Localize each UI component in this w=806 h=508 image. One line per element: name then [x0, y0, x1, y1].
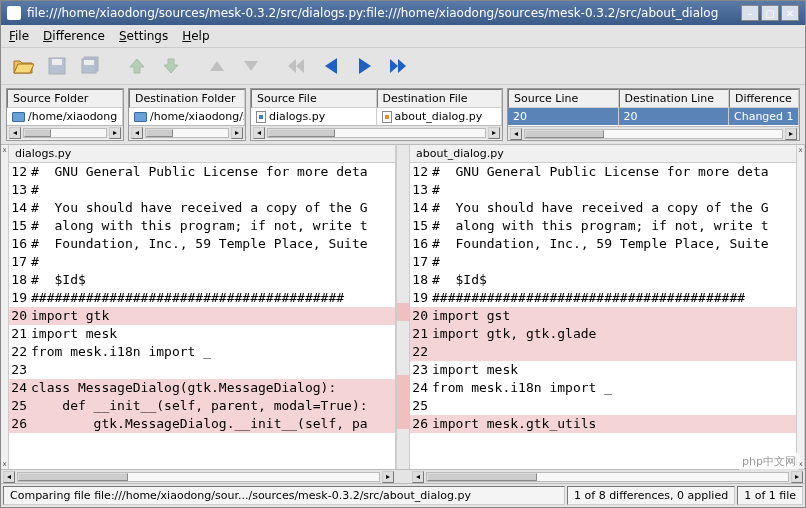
dest-file-cell[interactable]: about_dialog.py — [377, 108, 503, 125]
code-line[interactable]: 14# You should have received a copy of t… — [410, 199, 796, 217]
code-line[interactable]: 12# GNU General Public License for more … — [9, 163, 395, 181]
scroll-right-button[interactable]: ▸ — [791, 471, 803, 483]
menu-help[interactable]: Help — [182, 29, 209, 43]
right-code[interactable]: 12# GNU General Public License for more … — [410, 163, 796, 433]
code-line[interactable]: 25 — [410, 397, 796, 415]
left-pane-title: dialogs.py — [9, 145, 395, 163]
code-line[interactable]: 13# — [9, 181, 395, 199]
status-main: Comparing file file:///home/xiaodong/sou… — [3, 486, 565, 505]
top-panels: Source Folder /home/xiaodong ◂▸ Destinat… — [1, 85, 805, 145]
menu-file[interactable]: File — [9, 29, 29, 43]
srcline-header[interactable]: Source Line — [508, 89, 619, 108]
dest-file-header[interactable]: Destination File — [377, 89, 503, 108]
code-line[interactable]: 16# Foundation, Inc., 59 Temple Place, S… — [410, 235, 796, 253]
prev-button[interactable] — [317, 52, 345, 80]
code-line[interactable]: 14# You should have received a copy of t… — [9, 199, 395, 217]
code-line[interactable]: 21import mesk — [9, 325, 395, 343]
code-line[interactable]: 17# — [410, 253, 796, 271]
close-button[interactable]: ✕ — [781, 5, 799, 21]
status-diffcount: 1 of 8 differences, 0 applied — [567, 486, 735, 505]
diff-area: xx dialogs.py 12# GNU General Public Lic… — [1, 145, 805, 469]
rewind-button — [283, 52, 311, 80]
dstline-header[interactable]: Destination Line — [619, 89, 730, 108]
diff-row[interactable]: 20 20 Changed 1 li — [508, 108, 799, 125]
down-button — [157, 52, 185, 80]
code-line[interactable]: 12# GNU General Public License for more … — [410, 163, 796, 181]
code-line[interactable]: 24from mesk.i18n import _ — [410, 379, 796, 397]
code-line[interactable]: 15# along with this program; if not, wri… — [410, 217, 796, 235]
app-window: file:///home/xiaodong/sources/mesk-0.3.2… — [0, 0, 806, 508]
source-file-header[interactable]: Source File — [251, 89, 377, 108]
code-line[interactable]: 16# Foundation, Inc., 59 Temple Place, S… — [9, 235, 395, 253]
middle-connector — [396, 145, 410, 469]
hscrollbar[interactable]: ◂▸ — [7, 125, 123, 139]
source-folder-panel: Source Folder /home/xiaodong ◂▸ — [6, 88, 124, 141]
dest-folder-panel: Destination Folder /home/xiaodong/so ◂▸ — [128, 88, 246, 141]
app-icon — [7, 6, 21, 20]
code-line[interactable]: 25 def __init__(self, parent, modal=True… — [9, 397, 395, 415]
source-file-cell[interactable]: dialogs.py — [251, 108, 377, 125]
code-line[interactable]: 18# $Id$ — [410, 271, 796, 289]
scroll-left-button[interactable]: ◂ — [3, 471, 15, 483]
maximize-button[interactable]: ▢ — [761, 5, 779, 21]
left-overview-gutter[interactable]: xx — [1, 145, 9, 469]
source-folder-row[interactable]: /home/xiaodong — [7, 108, 123, 125]
code-line[interactable]: 22 — [410, 343, 796, 361]
up-triangle-button — [203, 52, 231, 80]
code-line[interactable]: 20import gst — [410, 307, 796, 325]
save-button — [43, 52, 71, 80]
close-icon[interactable]: x — [1, 460, 8, 468]
svg-rect-4 — [84, 60, 94, 65]
file-icon — [256, 111, 266, 123]
hscrollbar[interactable]: ◂▸ — [251, 125, 502, 139]
code-line[interactable]: 26import mesk.gtk_utils — [410, 415, 796, 433]
code-line[interactable]: 17# — [9, 253, 395, 271]
code-line[interactable]: 19######################################… — [9, 289, 395, 307]
down-triangle-button — [237, 52, 265, 80]
left-pane: dialogs.py 12# GNU General Public Licens… — [9, 145, 396, 469]
files-panel: Source File Destination File dialogs.py … — [250, 88, 503, 141]
file-icon — [382, 111, 392, 123]
status-filecount: 1 of 1 file — [737, 486, 803, 505]
menu-settings[interactable]: Settings — [119, 29, 168, 43]
source-folder-header[interactable]: Source Folder — [7, 89, 123, 108]
menubar: File Difference Settings Help — [1, 25, 805, 48]
menu-difference[interactable]: Difference — [43, 29, 105, 43]
dest-folder-row[interactable]: /home/xiaodong/so — [129, 108, 245, 125]
code-line[interactable]: 19######################################… — [410, 289, 796, 307]
right-pane-title: about_dialog.py — [410, 145, 796, 163]
left-code[interactable]: 12# GNU General Public License for more … — [9, 163, 395, 433]
next-button[interactable] — [351, 52, 379, 80]
code-line[interactable]: 18# $Id$ — [9, 271, 395, 289]
close-icon[interactable]: x — [1, 146, 8, 154]
code-line[interactable]: 22from mesk.i18n import _ — [9, 343, 395, 361]
code-line[interactable]: 21import gtk, gtk.glade — [410, 325, 796, 343]
hscrollbar[interactable]: ◂▸ — [508, 126, 799, 140]
code-line[interactable]: 15# along with this program; if not, wri… — [9, 217, 395, 235]
code-line[interactable]: 20import gtk — [9, 307, 395, 325]
statusbar: Comparing file file:///home/xiaodong/sou… — [1, 483, 805, 507]
difference-header[interactable]: Difference — [729, 89, 799, 108]
code-line[interactable]: 23import mesk — [410, 361, 796, 379]
hscroll-thumb[interactable] — [426, 472, 789, 482]
hscroll-thumb[interactable] — [17, 472, 380, 482]
difflist-panel: Source Line Destination Line Difference … — [507, 88, 800, 141]
minimize-button[interactable]: – — [741, 5, 759, 21]
close-icon[interactable]: x — [797, 460, 804, 468]
diff-hscroll: ◂▸ ◂▸ — [1, 469, 805, 483]
code-line[interactable]: 23 — [9, 361, 395, 379]
right-overview-gutter[interactable]: xx — [797, 145, 805, 469]
code-line[interactable]: 24class MessageDialog(gtk.MessageDialog)… — [9, 379, 395, 397]
scroll-left-button[interactable]: ◂ — [412, 471, 424, 483]
scroll-right-button[interactable]: ▸ — [382, 471, 394, 483]
window-title: file:///home/xiaodong/sources/mesk-0.3.2… — [27, 6, 741, 20]
fast-forward-button[interactable] — [385, 52, 413, 80]
hscrollbar[interactable]: ◂▸ — [129, 125, 245, 139]
code-line[interactable]: 13# — [410, 181, 796, 199]
up-button — [123, 52, 151, 80]
save-all-button — [77, 52, 105, 80]
code-line[interactable]: 26 gtk.MessageDialog.__init__(self, pa — [9, 415, 395, 433]
close-icon[interactable]: x — [797, 146, 804, 154]
dest-folder-header[interactable]: Destination Folder — [129, 89, 245, 108]
open-button[interactable] — [9, 52, 37, 80]
